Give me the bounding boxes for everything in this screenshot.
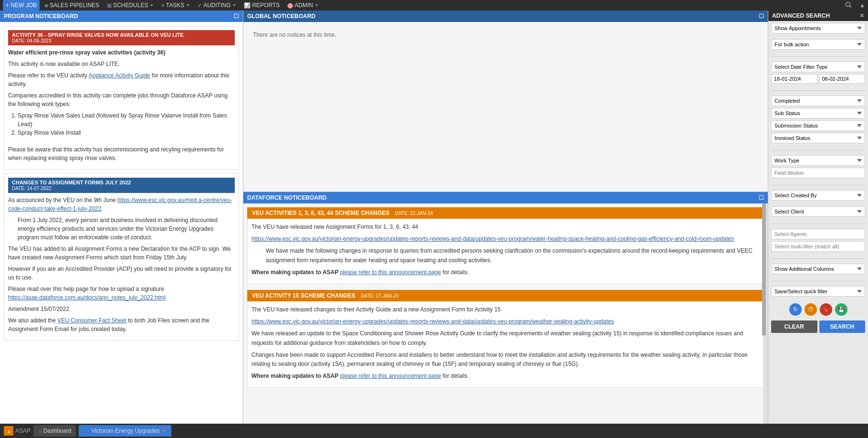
program-noticeboard-content: ACTIVITY 36 - SPRAY RINSE VALVES NOW AVA…	[0, 22, 243, 424]
df-notice-2-link[interactable]: https://www.esc.vic.gov.au/victorian-ene…	[251, 318, 614, 325]
df-notice-1-title: VEU ACTIVITIES 1, 3, 6, 43, 44 SCHEME CH…	[252, 210, 389, 216]
adv-divider-4	[771, 185, 865, 185]
notice-2-link-3[interactable]: VEU Consumer Fact Sheet	[57, 317, 126, 324]
bookmark-icon: 🔖	[823, 307, 829, 313]
date-from-input[interactable]	[771, 74, 817, 84]
adv-section-appointments: Show Appointments	[768, 21, 868, 37]
adv-section-work: Work Type	[768, 153, 868, 182]
adv-icon-row: ↻ ⏱ 🔖 💾	[768, 300, 868, 319]
adv-section-created: Select Created By	[768, 188, 868, 204]
client-dropdown[interactable]: Select Client	[771, 206, 865, 217]
df-notice-1-announcement-link[interactable]: please refer to this announcement page	[340, 269, 441, 276]
auditing-nav[interactable]: ✓ AUDITING ▼	[195, 0, 239, 11]
admin-icon: ⬤	[287, 2, 293, 9]
sales-pipelines-nav[interactable]: ◈ SALES PIPELINES	[42, 0, 102, 11]
field-worker-input[interactable]	[771, 168, 865, 178]
program-noticeboard-close[interactable]: ☐	[234, 13, 239, 20]
df-notice-1-date: DATE: 22-JAN-24	[395, 211, 433, 216]
adv-divider-3	[771, 150, 865, 150]
date-to-input[interactable]	[819, 74, 866, 84]
schedules-label: SCHEDULES	[113, 2, 148, 9]
dataforce-noticeboard-close[interactable]: ☐	[759, 194, 764, 201]
adv-divider-2	[771, 90, 865, 91]
refresh-button[interactable]: ↻	[789, 303, 802, 316]
admin-label: ADMIN	[294, 2, 313, 9]
reports-nav[interactable]: 📊 REPORTS	[241, 0, 282, 11]
invoiced-status-dropdown[interactable]: Invoiced Status	[771, 133, 865, 143]
adv-section-client: Select Client	[768, 204, 868, 221]
veu-tab-label: Victorian Energy Upgrades	[91, 427, 159, 434]
show-appointments-dropdown[interactable]: Show Appointments	[771, 23, 865, 33]
bulk-action-dropdown[interactable]: For bulk action	[771, 39, 865, 50]
sales-pipelines-icon: ◈	[44, 2, 48, 9]
notice-1-link-1[interactable]: Appliance Activity Guide	[89, 72, 150, 79]
multi-filter-input[interactable]	[771, 241, 865, 252]
sub-status-dropdown[interactable]: Sub Status	[771, 108, 865, 118]
notice-2-link-1[interactable]: https://www.esc.vic.gov.au/med a-centre/…	[8, 197, 232, 212]
status-dropdown[interactable]: Completed	[771, 96, 865, 106]
admin-nav[interactable]: ⬤ ADMIN ▼	[284, 0, 322, 11]
adv-divider-7	[771, 281, 865, 281]
auditing-icon: ✓	[198, 2, 202, 9]
notice-1-title-bar: ACTIVITY 36 - SPRAY RINSE VALVES NOW AVA…	[8, 30, 235, 45]
taskbar-tab-dashboard[interactable]: ⌂ Dashboard	[33, 425, 76, 437]
agents-input[interactable]	[771, 229, 865, 239]
df-notice-1-link[interactable]: https://www.esc.vic.gov.au/victorian-ene…	[251, 235, 734, 242]
bookmark-button[interactable]: 🔖	[820, 303, 832, 316]
df-notice-2-title: VEU ACTIVITY 15 SCHEME CHANGES	[252, 292, 356, 299]
quick-filter-dropdown[interactable]: Save/Select quick filter	[771, 286, 865, 297]
clock-icon: ⏱	[808, 306, 814, 313]
search-button[interactable]	[841, 1, 856, 10]
global-noticeboard-panel: GLOBAL NOTICEBOARD ☐ There are no notice…	[243, 11, 768, 192]
taskbar-tab-veu[interactable]: Victorian Energy Upgrades ✕	[79, 425, 171, 437]
new-job-button[interactable]: + NEW JOB	[3, 0, 40, 11]
date-filter-type-dropdown[interactable]: Select Date Filter Type	[771, 62, 865, 72]
schedules-icon: ▦	[107, 2, 112, 9]
clear-button[interactable]: CLEAR	[771, 320, 817, 333]
notice-1-title: ACTIVITY 36 - SPRAY RINSE VALVES NOW AVA…	[12, 32, 184, 38]
advanced-search-close[interactable]: ✕	[859, 12, 864, 19]
tasks-nav[interactable]: ≡ TASKS ▼	[158, 0, 193, 11]
advanced-search-header: ADVANCED SEARCH ✕	[768, 11, 868, 21]
submission-status-dropdown[interactable]: Submission Status	[771, 120, 865, 131]
search-button[interactable]: SEARCH	[819, 320, 866, 333]
adv-date-range	[771, 74, 865, 84]
global-noticeboard-empty: There are no notices at this time.	[243, 22, 768, 48]
df-notice-2-body: The VEU have released changes to their A…	[247, 301, 764, 388]
notice-2-title-bar: CHANGES TO ASSIGNMENT FORMS JULY 2022 DA…	[8, 178, 235, 193]
additional-columns-dropdown[interactable]: Show Additional Columns	[771, 264, 865, 274]
dataforce-noticeboard-header: DATAFORCE NOTICEBOARD ☐	[243, 192, 768, 203]
df-notice-card-1: VEU ACTIVITIES 1, 3, 6, 43, 44 SCHEME CH…	[247, 207, 764, 284]
auditing-label: AUDITING	[203, 2, 230, 9]
advanced-search-title: ADVANCED SEARCH	[772, 12, 830, 19]
adv-section-bulk: For bulk action	[768, 37, 868, 53]
schedules-nav[interactable]: ▦ SCHEDULES ▼	[104, 0, 157, 11]
collapse-button[interactable]: ▲	[859, 2, 865, 9]
reports-label: REPORTS	[252, 2, 280, 9]
adv-divider-1	[771, 56, 865, 57]
sales-pipelines-label: SALES PIPELINES	[50, 2, 99, 9]
reports-icon: 📊	[244, 2, 251, 9]
advanced-search-panel: ADVANCED SEARCH ✕ Show Appointments For …	[768, 11, 868, 424]
scrollbar-track[interactable]	[763, 203, 768, 424]
scrollbar-thumb[interactable]	[762, 203, 766, 336]
notice-2-body: As accounced by the VEU on the 9th June …	[8, 196, 235, 333]
df-notice-1-body: The VEU have released new Assignment For…	[247, 219, 764, 284]
df-notice-2-announcement-link[interactable]: please refer to this announcement page	[340, 373, 441, 379]
work-type-dropdown[interactable]: Work Type	[771, 155, 865, 166]
auditing-dropdown-icon: ▼	[232, 3, 237, 8]
global-noticeboard-close[interactable]: ☐	[759, 13, 764, 20]
dashboard-tab-label: Dashboard	[43, 427, 72, 434]
created-by-dropdown[interactable]: Select Created By	[771, 190, 865, 201]
adv-action-buttons: CLEAR SEARCH	[768, 319, 868, 335]
save-icon: 💾	[838, 307, 845, 313]
dataforce-noticeboard-content: VEU ACTIVITIES 1, 3, 6, 43, 44 SCHEME CH…	[243, 203, 768, 424]
veu-tab-close-icon[interactable]: ✕	[162, 427, 167, 434]
df-notice-1-title-bar: VEU ACTIVITIES 1, 3, 6, 43, 44 SCHEME CH…	[247, 207, 764, 219]
notice-2-link-2[interactable]: https://asap.dataforce.com.au/docs/ann_n…	[8, 294, 166, 301]
clock-button[interactable]: ⏱	[805, 303, 817, 316]
svg-line-1	[850, 6, 852, 8]
adv-divider-5	[771, 224, 865, 224]
program-noticeboard-title: PROGRAM NOTICEBOARD	[4, 13, 78, 20]
save-button[interactable]: 💾	[835, 303, 847, 316]
